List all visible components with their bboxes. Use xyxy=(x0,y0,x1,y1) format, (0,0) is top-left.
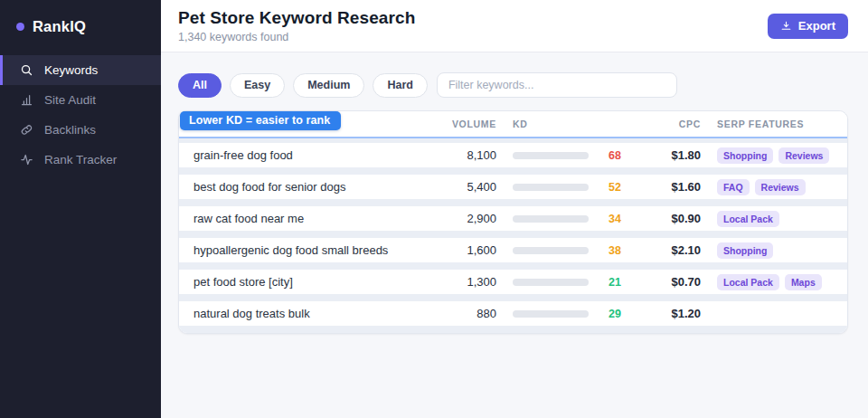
filter-row: AllEasyMediumHard xyxy=(178,72,848,98)
column-header-kd: KD xyxy=(513,119,621,129)
filter-chip-hard[interactable]: Hard xyxy=(373,73,427,98)
kd-value: 38 xyxy=(598,244,621,257)
kd-cell: 52 xyxy=(513,181,621,194)
serp-badge: FAQ xyxy=(717,179,750,195)
sidebar: RankIQ Keywords Site Audit Backlinks Ran… xyxy=(0,0,161,418)
table-row[interactable]: grain-free dog food 8,100 68 $1.80 Shopp… xyxy=(179,143,847,167)
page-title: Pet Store Keyword Research xyxy=(178,8,415,28)
cpc-cell: $0.70 xyxy=(637,275,701,289)
serp-features-cell: Local PackMaps xyxy=(717,274,835,290)
kd-value: 34 xyxy=(598,213,621,225)
table-body: grain-free dog food 8,100 68 $1.80 Shopp… xyxy=(179,138,847,333)
kd-cell: 68 xyxy=(513,149,621,162)
serp-features-cell: Local Pack xyxy=(717,211,835,227)
sidebar-item-label: Rank Tracker xyxy=(44,153,117,166)
keyword-cell: pet food store [city] xyxy=(193,275,417,289)
kd-value: 29 xyxy=(598,308,621,320)
kd-tooltip: Lower KD = easier to rank xyxy=(180,111,341,130)
sidebar-item-keywords[interactable]: Keywords xyxy=(0,55,161,85)
serp-badge: Shopping xyxy=(717,242,773,259)
page-subtitle: 1,340 keywords found xyxy=(178,31,415,43)
search-icon xyxy=(19,63,33,78)
brand-name: RankIQ xyxy=(33,18,86,35)
filter-chip-easy[interactable]: Easy xyxy=(230,73,285,98)
cpc-cell: $1.80 xyxy=(637,148,701,162)
kd-value: 21 xyxy=(598,276,621,289)
export-button[interactable]: Export xyxy=(768,14,848,39)
brand-logo: RankIQ xyxy=(0,0,161,55)
cpc-cell: $0.90 xyxy=(637,212,701,225)
difficulty-chips: AllEasyMediumHard xyxy=(178,73,428,98)
keyword-cell: hypoallergenic dog food small breeds xyxy=(193,243,417,257)
keyword-cell: natural dog treats bulk xyxy=(193,307,417,320)
content: AllEasyMediumHard Lower KD = easier to r… xyxy=(161,52,868,418)
sidebar-item-label: Keywords xyxy=(44,63,98,77)
link-icon xyxy=(19,123,33,138)
volume-cell: 2,900 xyxy=(433,212,496,225)
serp-badge: Shopping xyxy=(717,147,773,164)
volume-cell: 880 xyxy=(433,307,496,320)
keyword-cell: grain-free dog food xyxy=(193,148,417,162)
cpc-cell: $2.10 xyxy=(637,243,701,257)
sidebar-item-backlinks[interactable]: Backlinks xyxy=(0,115,161,145)
bar-chart-icon xyxy=(19,93,33,108)
keyword-cell: raw cat food near me xyxy=(193,212,417,225)
volume-cell: 5,400 xyxy=(433,180,496,194)
kd-cell: 34 xyxy=(513,213,621,225)
column-header-volume: VOLUME xyxy=(433,119,496,129)
sidebar-item-label: Backlinks xyxy=(44,123,96,137)
kd-bar-track xyxy=(513,215,589,223)
sidebar-item-rank-tracker[interactable]: Rank Tracker xyxy=(0,145,161,175)
column-header-serp: SERP FEATURES xyxy=(717,119,835,129)
activity-icon xyxy=(19,153,33,167)
serp-badge: Maps xyxy=(785,274,822,290)
serp-badge: Reviews xyxy=(778,147,829,164)
serp-features-cell: FAQReviews xyxy=(717,179,835,195)
volume-cell: 1,600 xyxy=(433,243,496,257)
sidebar-item-label: Site Audit xyxy=(44,93,96,107)
kd-cell: 21 xyxy=(513,276,621,289)
cpc-cell: $1.60 xyxy=(637,180,701,194)
kd-bar-track xyxy=(513,184,589,191)
sidebar-nav: Keywords Site Audit Backlinks Rank Track… xyxy=(0,55,161,175)
kd-bar-track xyxy=(513,152,589,159)
brand-dot-icon xyxy=(16,23,24,31)
filter-chip-medium[interactable]: Medium xyxy=(293,73,364,98)
kd-cell: 38 xyxy=(513,244,621,257)
kd-value: 52 xyxy=(598,181,621,194)
download-icon xyxy=(780,20,792,32)
serp-badge: Local Pack xyxy=(717,211,779,227)
export-button-label: Export xyxy=(798,19,835,33)
cpc-cell: $1.20 xyxy=(637,307,701,320)
serp-badge: Local Pack xyxy=(717,274,779,290)
kd-bar-track xyxy=(513,247,589,254)
volume-cell: 1,300 xyxy=(433,275,496,289)
keyword-table-wrap: Lower KD = easier to rank VOLUME KD CPC … xyxy=(178,110,848,334)
keyword-cell: best dog food for senior dogs xyxy=(193,180,417,194)
table-row[interactable]: natural dog treats bulk 880 29 $1.20 xyxy=(179,301,847,326)
serp-features-cell: Shopping xyxy=(717,242,835,259)
table-row[interactable]: best dog food for senior dogs 5,400 52 $… xyxy=(179,175,847,199)
table-row[interactable]: hypoallergenic dog food small breeds 1,6… xyxy=(179,238,847,262)
kd-bar-track xyxy=(513,279,589,286)
kd-cell: 29 xyxy=(513,308,621,320)
serp-badge: Reviews xyxy=(755,179,806,195)
filter-chip-all[interactable]: All xyxy=(178,73,222,98)
volume-cell: 8,100 xyxy=(433,148,496,162)
column-header-cpc: CPC xyxy=(637,119,701,129)
table-row[interactable]: raw cat food near me 2,900 34 $0.90 Loca… xyxy=(179,206,847,231)
keyword-table-card: VOLUME KD CPC SERP FEATURES grain-free d… xyxy=(178,110,848,334)
serp-features-cell: ShoppingReviews xyxy=(717,147,835,164)
kd-value: 68 xyxy=(598,149,621,162)
sidebar-item-site-audit[interactable]: Site Audit xyxy=(0,85,161,115)
kd-bar-track xyxy=(513,310,589,318)
main-area: Pet Store Keyword Research 1,340 keyword… xyxy=(161,0,868,418)
top-bar: Pet Store Keyword Research 1,340 keyword… xyxy=(161,0,868,52)
filter-keywords-input[interactable] xyxy=(437,72,677,98)
table-row[interactable]: pet food store [city] 1,300 21 $0.70 Loc… xyxy=(179,270,847,294)
